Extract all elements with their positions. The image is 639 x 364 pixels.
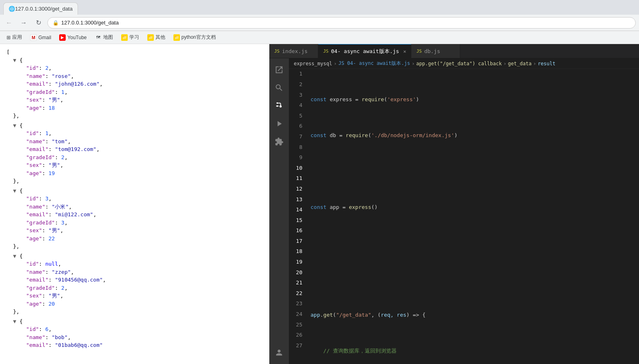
collapse-arrow-4[interactable]: ▼ [13, 253, 16, 259]
extensions-icon[interactable] [271, 133, 287, 150]
breadcrumb-item-get_data[interactable]: get_data [508, 61, 532, 67]
vscode-body: express_mysql › JS 04- async await版本.js … [269, 58, 639, 364]
activity-bar [269, 58, 289, 364]
code-lines: const express = require('express') const… [307, 69, 639, 364]
line-num-20: 20 [292, 267, 302, 278]
address-text: 127.0.0.1:3000/get_data [61, 20, 119, 26]
js-file-icon: JS [274, 49, 280, 54]
source-control-icon[interactable] [271, 98, 287, 114]
breadcrumb: express_mysql › JS 04- async await版本.js … [289, 58, 639, 69]
account-icon[interactable] [271, 344, 287, 361]
tab-label: db.js [424, 48, 440, 54]
gmail-icon: M [30, 34, 37, 41]
browser-chrome: 🌐 127.0.0.1:3000/get_data ← → ↻ 🔒 127.0.… [0, 0, 639, 44]
bookmark-youtube[interactable]: ▶ YouTube [56, 33, 90, 42]
code-editor[interactable]: 1 2 3 4 5 6 7 8 9 10 11 12 13 14 [289, 69, 639, 364]
line-num-9: 9 [292, 153, 302, 163]
line-num-26: 26 [292, 330, 302, 341]
code-line-7: app.get("/get_data", (req, res) => { [311, 310, 636, 320]
search-icon[interactable] [271, 80, 287, 96]
bookmark-other[interactable]: 📁 其他 [144, 32, 169, 42]
line-num-18: 18 [292, 246, 302, 257]
collapse-arrow-5[interactable]: ▼ [13, 318, 16, 324]
line-num-6: 6 [292, 121, 302, 132]
line-num-3: 3 [292, 90, 302, 100]
js-file-icon: JS [416, 49, 422, 54]
breadcrumb-sep: › [533, 61, 536, 67]
bookmarks-bar: ⊞ 应用 M Gmail ▶ YouTube 🗺 地图 📁 学习 📁 其他 📁 … [0, 31, 639, 44]
vscode-panel: JS index.js JS 04- async await版本.js ✕ JS… [269, 44, 639, 364]
bookmark-label: 地图 [103, 34, 113, 41]
folder-icon: 📁 [173, 34, 180, 41]
bookmark-gmail[interactable]: M Gmail [27, 33, 54, 42]
bookmark-python[interactable]: 📁 python官方文档 [170, 32, 219, 42]
browser-tab-active[interactable]: 🌐 127.0.0.1:3000/get_data [3, 2, 78, 15]
line-num-11: 11 [292, 173, 302, 184]
bookmark-apps[interactable]: ⊞ 应用 [3, 32, 25, 42]
reload-button[interactable]: ↻ [33, 17, 44, 29]
bookmark-label: Gmail [38, 35, 51, 40]
json-panel[interactable]: [ ▼ { "id": 2, "name": "rose", "email": … [0, 44, 269, 364]
lock-icon: 🔒 [53, 20, 59, 26]
json-root: [ ▼ { "id": 2, "name": "rose", "email": … [7, 48, 263, 349]
breadcrumb-item-root[interactable]: express_mysql [294, 61, 332, 67]
js-file-icon: JS [323, 49, 328, 54]
bookmark-label: 应用 [12, 34, 22, 41]
line-num-7: 7 [292, 132, 302, 142]
maps-icon: 🗺 [95, 34, 102, 41]
vscode-tabs: JS index.js JS 04- async await版本.js ✕ JS… [269, 44, 639, 58]
bookmark-label: python官方文档 [182, 34, 216, 41]
tab-async-await[interactable]: JS 04- async await版本.js ✕ [318, 44, 411, 58]
line-num-25: 25 [292, 320, 302, 330]
folder-icon: 📁 [147, 34, 154, 41]
explorer-icon[interactable] [271, 62, 287, 78]
tab-title: 127.0.0.1:3000/get_data [15, 6, 73, 12]
bookmark-maps[interactable]: 🗺 地图 [92, 32, 116, 42]
bookmark-label: YouTube [67, 35, 87, 40]
line-num-4: 4 [292, 100, 302, 111]
address-bar[interactable]: 🔒 127.0.0.1:3000/get_data [47, 17, 636, 29]
debug-icon[interactable] [271, 115, 287, 132]
line-num-8: 8 [292, 142, 302, 153]
collapse-arrow-1[interactable]: ▼ [13, 57, 16, 63]
line-num-2: 2 [292, 80, 302, 90]
browser-toolbar: ← → ↻ 🔒 127.0.0.1:3000/get_data [0, 15, 639, 31]
tab-db-js[interactable]: JS db.js [411, 44, 460, 58]
line-num-21: 21 [292, 278, 302, 289]
line-num-13: 13 [292, 194, 302, 205]
collapse-arrow-2[interactable]: ▼ [13, 122, 16, 129]
code-line-4: const app = express() [311, 202, 636, 213]
line-num-24: 24 [292, 309, 302, 320]
code-line-1: const express = require('express') [311, 94, 636, 105]
folder-icon: 📁 [121, 34, 128, 41]
collapse-arrow-3[interactable]: ▼ [13, 188, 16, 194]
line-num-19: 19 [292, 257, 302, 268]
breadcrumb-sep: › [504, 61, 506, 67]
back-button[interactable]: ← [3, 17, 15, 29]
browser-tabs: 🌐 127.0.0.1:3000/get_data [0, 0, 639, 15]
line-num-16: 16 [292, 226, 302, 236]
code-line-6 [311, 274, 636, 284]
tab-index-js[interactable]: JS index.js [269, 44, 318, 58]
line-num-5: 5 [292, 111, 302, 121]
forward-button[interactable]: → [18, 17, 29, 29]
line-num-12: 12 [292, 184, 302, 195]
breadcrumb-item-result[interactable]: result [538, 61, 555, 67]
line-num-23: 23 [292, 299, 302, 309]
line-num-14: 14 [292, 205, 302, 215]
breadcrumb-item-file[interactable]: JS 04- async await版本.js [338, 60, 410, 67]
breadcrumb-item-callback[interactable]: app.get("/get_data") callback [416, 61, 502, 67]
code-line-2: const db = require('./db/nodejs-orm/inde… [311, 130, 636, 141]
main-content: [ ▼ { "id": 2, "name": "rose", "email": … [0, 44, 639, 364]
line-num-17: 17 [292, 236, 302, 247]
code-line-5 [311, 238, 636, 249]
tab-label: index.js [282, 48, 308, 54]
line-num-10: 10 [292, 163, 302, 173]
youtube-icon: ▶ [59, 34, 66, 41]
code-line-3 [311, 166, 636, 177]
tab-close-button[interactable]: ✕ [403, 49, 406, 54]
bookmark-label: 其他 [155, 34, 165, 41]
line-num-15: 15 [292, 215, 302, 226]
tab-favicon: 🌐 [9, 6, 15, 12]
bookmark-study[interactable]: 📁 学习 [118, 32, 142, 42]
